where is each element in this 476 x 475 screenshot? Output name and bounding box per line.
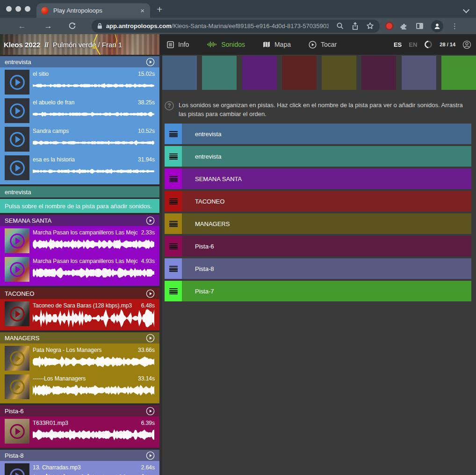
- back-icon[interactable]: ←: [17, 22, 27, 31]
- sidebar-track-header[interactable]: entrevista: [0, 186, 159, 197]
- drag-handle[interactable]: [165, 124, 182, 144]
- track-color-square[interactable]: [162, 56, 197, 90]
- clip-thumbnail[interactable]: [5, 228, 29, 253]
- play-clip-icon[interactable]: [8, 73, 26, 91]
- sound-clip[interactable]: el abuelo de fran 38.25s: [0, 97, 159, 124]
- sound-clip[interactable]: Marcha Pasan los campanilleros Las Mejor…: [0, 256, 159, 283]
- drag-handle[interactable]: [165, 191, 182, 212]
- sidebar-track-header[interactable]: MANAGERS: [0, 332, 159, 343]
- close-tab-icon[interactable]: ×: [139, 6, 145, 15]
- clip-thumbnail[interactable]: [5, 374, 29, 399]
- play-clip-icon[interactable]: [8, 159, 26, 177]
- tab-tocar[interactable]: Tocar: [309, 41, 337, 49]
- play-clip-icon[interactable]: [8, 102, 26, 120]
- drag-handle[interactable]: [165, 146, 182, 167]
- clip-thumbnail[interactable]: [5, 346, 29, 371]
- tab-info[interactable]: Info: [167, 41, 189, 48]
- tab-mapa[interactable]: Mapa: [263, 41, 291, 48]
- tab-search-chevron-down-icon[interactable]: [463, 7, 469, 13]
- sound-clip[interactable]: Marcha Pasan los campanilleros Las Mejor…: [0, 227, 159, 254]
- lang-es[interactable]: ES: [394, 41, 402, 48]
- sound-clip[interactable]: Taconeo de Sara Baras (128 kbps).mp3 6.4…: [0, 300, 159, 327]
- window-close-button[interactable]: [6, 6, 12, 12]
- lang-en[interactable]: EN: [409, 41, 417, 48]
- play-track-icon[interactable]: [146, 451, 155, 460]
- sidebar-track-header[interactable]: entrevista: [0, 56, 159, 67]
- sidebar-track-header[interactable]: Pista-8: [0, 450, 159, 461]
- bookmark-star-icon[interactable]: [366, 22, 374, 30]
- breadcrumb: Kleos 2022//Pulmón verde / Fran 1: [4, 41, 122, 49]
- profile-avatar[interactable]: [431, 20, 443, 32]
- track-row[interactable]: Pista-6: [165, 236, 471, 256]
- play-track-icon[interactable]: [146, 289, 155, 298]
- sound-clip[interactable]: ------Los Mananagers 33.14s: [0, 373, 159, 400]
- project-banner[interactable]: Kleos 2022//Pulmón verde / Fran 1: [0, 34, 159, 55]
- sound-clip[interactable]: esa es la historia 31.94s: [0, 154, 159, 181]
- sound-clip[interactable]: Pata Negra - Los Managers 33.66s: [0, 345, 159, 372]
- sidebar-track-header[interactable]: Pista-6: [0, 405, 159, 417]
- clip-thumbnail[interactable]: [5, 127, 29, 152]
- browser-tab[interactable]: Play Antropoloops ×: [36, 3, 150, 18]
- track-row[interactable]: TACONEO: [165, 191, 471, 212]
- clip-thumbnail[interactable]: [5, 70, 29, 95]
- sidebar-track-header[interactable]: TACONEO: [0, 288, 159, 299]
- play-track-icon[interactable]: [146, 334, 155, 343]
- sound-clip[interactable]: Sandra camps 10.52s: [0, 126, 159, 153]
- drag-handle[interactable]: [165, 236, 182, 256]
- clip-thumbnail[interactable]: [5, 463, 29, 475]
- play-track-icon[interactable]: [146, 58, 155, 66]
- track-color-square[interactable]: [202, 56, 237, 90]
- play-clip-icon[interactable]: [8, 467, 26, 475]
- drag-handle[interactable]: [165, 213, 182, 234]
- record-extension-icon[interactable]: [386, 23, 392, 29]
- track-row[interactable]: Pista-7: [165, 281, 471, 301]
- track-row[interactable]: MANAGERS: [165, 213, 471, 234]
- sound-clip[interactable]: 13. Charradas.mp3 2.64s: [0, 462, 159, 475]
- track-color-square[interactable]: [361, 56, 396, 90]
- clip-thumbnail[interactable]: [5, 419, 29, 444]
- new-tab-button[interactable]: +: [157, 4, 162, 15]
- track-row[interactable]: Pista-8: [165, 258, 471, 279]
- side-panel-icon[interactable]: [416, 23, 423, 29]
- play-clip-icon[interactable]: [8, 378, 26, 396]
- zoom-icon[interactable]: [336, 22, 344, 30]
- drag-handle[interactable]: [165, 168, 182, 189]
- track-row[interactable]: SEMANA SANTA: [165, 168, 471, 189]
- tab-sonidos[interactable]: Sonidos: [207, 41, 245, 48]
- extensions-puzzle-icon[interactable]: [400, 22, 408, 30]
- waveform: [33, 111, 155, 117]
- share-icon[interactable]: [352, 22, 359, 30]
- play-track-icon[interactable]: [146, 407, 155, 416]
- play-clip-icon[interactable]: [8, 232, 26, 250]
- address-bar[interactable]: app.antropoloops.com/Kleos-Santa-Marina/…: [92, 20, 380, 33]
- window-minimize-button[interactable]: [15, 6, 21, 12]
- track-color-square[interactable]: [402, 56, 436, 90]
- clip-thumbnail[interactable]: [5, 257, 29, 282]
- clip-thumbnail[interactable]: [5, 98, 29, 123]
- track-row[interactable]: entrevista: [165, 146, 471, 167]
- sidebar-track-header[interactable]: SEMANA SANTA: [0, 215, 159, 226]
- play-clip-icon[interactable]: [8, 350, 26, 367]
- drag-handle[interactable]: [165, 281, 182, 301]
- sound-clip[interactable]: el sitio 15.02s: [0, 69, 159, 95]
- window-zoom-button[interactable]: [25, 6, 30, 12]
- play-clip-icon[interactable]: [8, 423, 26, 440]
- forward-icon[interactable]: →: [43, 22, 53, 31]
- play-clip-icon[interactable]: [8, 131, 26, 148]
- clip-thumbnail[interactable]: [5, 155, 29, 180]
- reload-icon[interactable]: [68, 22, 79, 30]
- clip-thumbnail[interactable]: [5, 301, 29, 326]
- drag-handle[interactable]: [165, 258, 182, 279]
- play-clip-icon[interactable]: [8, 305, 26, 323]
- lock-icon: [97, 22, 102, 29]
- track-color-square[interactable]: [282, 56, 317, 90]
- sound-clip[interactable]: T633R01.mp3 6.39s: [0, 418, 159, 445]
- track-color-square[interactable]: [322, 56, 356, 90]
- play-track-icon[interactable]: [146, 216, 155, 225]
- track-color-square[interactable]: [242, 56, 277, 90]
- track-row[interactable]: entrevista: [165, 124, 471, 144]
- track-color-square[interactable]: [441, 56, 476, 90]
- play-clip-icon[interactable]: [8, 261, 26, 278]
- browser-menu-icon[interactable]: ⋮: [451, 22, 458, 30]
- account-icon[interactable]: [462, 40, 471, 49]
